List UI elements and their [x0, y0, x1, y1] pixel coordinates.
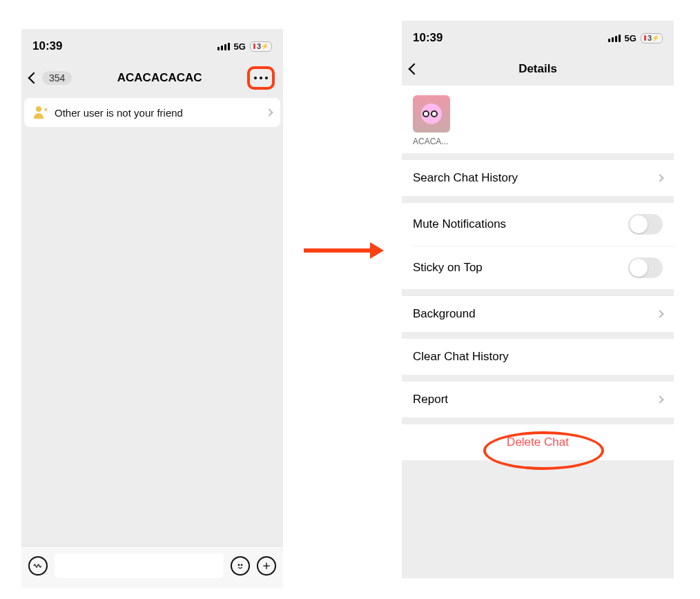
details-nav-bar: Details	[402, 52, 674, 86]
status-bar: 10:39 5G 3⚡	[21, 29, 283, 61]
row-label: Sticky on Top	[413, 261, 483, 275]
annotation-arrow	[304, 248, 373, 253]
sticky-toggle[interactable]	[628, 257, 663, 278]
search-chat-history-row[interactable]: Search Chat History	[402, 160, 674, 196]
chevron-right-icon	[656, 174, 663, 181]
chat-screen: 10:39 5G 3⚡ 354 ACACACACAC × Other user …	[21, 29, 283, 588]
friend-notice-row[interactable]: × Other user is not your friend	[24, 98, 280, 127]
back-button[interactable]: 354	[30, 71, 72, 85]
chevron-left-icon	[28, 72, 40, 84]
section-spacer	[402, 196, 674, 203]
chat-nav-bar: 354 ACACACACAC	[21, 61, 283, 98]
friend-notice-text: Other user is not your friend	[55, 107, 260, 119]
chevron-right-icon	[656, 395, 663, 403]
mute-toggle[interactable]	[628, 214, 663, 235]
signal-icon	[217, 43, 230, 50]
user-avatar[interactable]	[413, 95, 450, 132]
network-label: 5G	[234, 41, 246, 52]
row-label: Background	[413, 307, 476, 321]
mute-notifications-row: Mute Notifications	[402, 203, 674, 246]
profile-section: ACACA...	[402, 86, 674, 153]
battery-icon: 3⚡	[641, 33, 663, 43]
section-spacer	[402, 332, 674, 339]
status-bar: 10:39 5G 3⚡	[402, 21, 674, 52]
network-label: 5G	[625, 33, 636, 43]
signal-icon	[608, 35, 621, 42]
section-spacer	[402, 418, 674, 424]
row-label: Clear Chat History	[413, 350, 509, 364]
section-spacer	[402, 153, 674, 160]
section-spacer	[402, 375, 674, 382]
row-label: Search Chat History	[413, 171, 518, 185]
unread-count-pill: 354	[42, 71, 72, 85]
row-label: Mute Notifications	[413, 217, 506, 231]
message-input[interactable]	[55, 553, 224, 578]
emoji-button[interactable]	[231, 556, 250, 576]
not-friend-icon: ×	[32, 105, 48, 120]
section-spacer	[402, 289, 674, 296]
delete-chat-button[interactable]: Delete Chat	[402, 424, 674, 460]
status-time: 10:39	[32, 39, 62, 53]
clear-chat-history-row[interactable]: Clear Chat History	[402, 339, 674, 375]
voice-input-button[interactable]	[28, 556, 48, 576]
row-label: Report	[413, 393, 448, 406]
more-options-button[interactable]	[247, 66, 275, 90]
svg-point-0	[238, 564, 239, 565]
background-row[interactable]: Background	[402, 296, 674, 332]
report-row[interactable]: Report	[402, 382, 674, 418]
status-time: 10:39	[413, 31, 443, 45]
chevron-right-icon	[656, 310, 663, 317]
delete-label: Delete Chat	[507, 435, 569, 449]
battery-icon: 3⚡	[250, 41, 272, 52]
svg-point-1	[241, 564, 242, 565]
status-icons: 5G 3⚡	[217, 41, 272, 52]
chevron-right-icon	[265, 108, 273, 116]
chat-title: ACACACACAC	[117, 71, 202, 85]
avatar-name-label: ACACA...	[413, 137, 450, 146]
empty-area	[402, 502, 674, 578]
status-icons: 5G 3⚡	[608, 33, 663, 43]
chat-input-bar	[21, 546, 283, 588]
attach-button[interactable]	[257, 556, 276, 576]
details-title: Details	[402, 62, 674, 76]
details-screen: 10:39 5G 3⚡ Details ACACA... Search Chat…	[402, 21, 674, 578]
sticky-on-top-row: Sticky on Top	[413, 246, 674, 289]
